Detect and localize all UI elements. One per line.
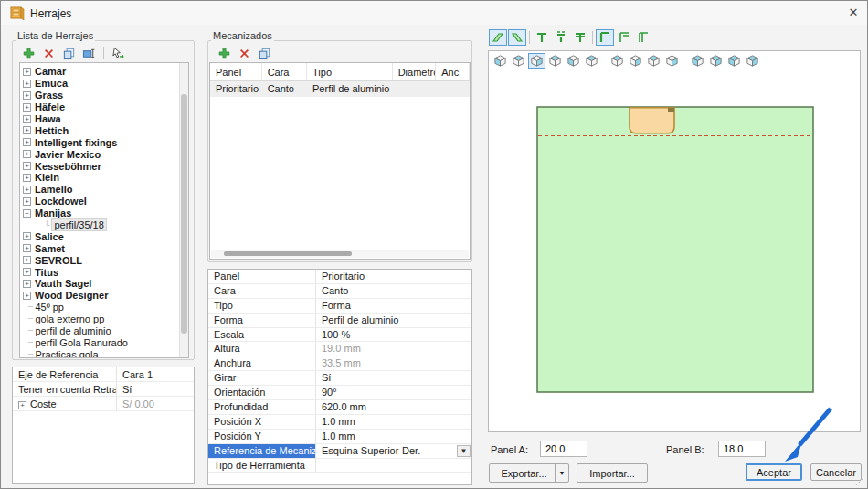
copy-icon[interactable] [61, 46, 77, 60]
profile-flip-left[interactable] [489, 29, 507, 46]
expand-icon[interactable]: + [23, 174, 31, 182]
expand-icon[interactable]: + [18, 401, 26, 409]
machinings-column-header[interactable]: Panel [210, 63, 262, 80]
corner-right[interactable] [634, 29, 652, 46]
profile-above[interactable] [533, 29, 551, 46]
export-dropdown-icon[interactable]: ▼ [555, 464, 568, 482]
tree-item-intelligent-fixings[interactable]: +Intelligent fixings [20, 136, 179, 148]
property-row[interactable]: Posición Y1.0 mm [208, 430, 471, 444]
property-row[interactable]: Orientación90° [208, 386, 471, 400]
expand-icon[interactable]: + [23, 280, 31, 288]
expand-icon[interactable]: + [23, 244, 31, 252]
property-row[interactable]: FormaPerfil de aluminio [208, 314, 471, 328]
property-row[interactable]: Altura19.0 mm [208, 342, 471, 356]
property-row[interactable]: Anchura33.5 mm [208, 356, 471, 371]
reference-row[interactable]: Tener en cuenta RetrasoSí [13, 382, 194, 397]
machinings-column-header[interactable]: Anc [436, 63, 470, 80]
tree-scrollbar-thumb[interactable] [181, 94, 187, 334]
tree-item-gola-externo-pp[interactable]: ╌gola externo pp [20, 314, 179, 325]
property-row[interactable]: PanelPrioritario [208, 270, 471, 284]
expand-icon[interactable]: + [23, 256, 31, 264]
tree-item-hettich[interactable]: +Hettich [20, 124, 179, 136]
reference-row[interactable]: Eje de ReferenciaCara 1 [13, 367, 194, 382]
tree-item-emuca[interactable]: +Emuca [20, 78, 179, 90]
delete-icon[interactable] [41, 46, 57, 60]
machinings-hscrollbar[interactable] [211, 250, 469, 258]
resize-grip[interactable]: ⋰ [855, 477, 864, 486]
tree-item-lockdowel[interactable]: +Lockdowel [20, 196, 179, 207]
tree-item-perfil-35-18[interactable]: └perfil/35/18 [20, 219, 179, 231]
copy-icon[interactable] [257, 46, 272, 60]
tree-connector: ╌ [28, 350, 33, 357]
tree-item-practicas-gola[interactable]: ╌Practicas gola [20, 348, 179, 357]
expand-icon[interactable]: + [23, 91, 31, 100]
import-button[interactable]: Importar... [577, 463, 648, 483]
property-row[interactable]: TipoForma [208, 299, 471, 314]
collapse-icon[interactable]: − [23, 209, 31, 218]
close-icon[interactable]: ✕ [845, 5, 862, 20]
tree-item-samet[interactable]: +Samet [20, 242, 179, 254]
rename-icon[interactable] [81, 46, 97, 60]
machinings-column-header[interactable]: Tipo [307, 63, 393, 80]
add-icon[interactable] [217, 46, 232, 60]
machinings-row[interactable]: PrioritarioCantoPerfil de aluminio [210, 81, 470, 97]
corner-mid[interactable] [615, 29, 633, 46]
expand-icon[interactable]: + [23, 138, 31, 146]
tree-item-h-fele[interactable]: +Häfele [20, 101, 179, 113]
corner-left[interactable] [596, 29, 614, 46]
pick-icon[interactable] [111, 46, 126, 60]
expand-icon[interactable]: + [23, 292, 31, 300]
tree-item-javier-mexico[interactable]: +Javier Mexico [20, 148, 179, 160]
delete-icon[interactable] [237, 46, 252, 60]
tree-item-manijas[interactable]: −Manijas [20, 207, 179, 219]
reference-row[interactable]: +CosteS/ 0.00 [13, 397, 194, 411]
tree-item-grass[interactable]: +Grass [20, 90, 179, 101]
property-row[interactable]: Tipo de Herramienta [208, 459, 471, 473]
expand-icon[interactable]: + [23, 162, 31, 170]
expand-icon[interactable]: + [23, 115, 31, 123]
expand-icon[interactable]: + [23, 103, 31, 112]
property-value: 1.0 mm [316, 430, 471, 443]
tree-item-kesseb-hmer[interactable]: +Kesseböhmer [20, 160, 179, 172]
expand-icon[interactable]: + [23, 80, 31, 88]
tree-item-hawa[interactable]: +Hawa [20, 113, 179, 125]
tree-item-salice[interactable]: +Salice [20, 230, 179, 242]
accept-button[interactable]: Aceptar [746, 463, 802, 481]
profile-flip-right[interactable] [508, 29, 526, 46]
profile-below[interactable] [571, 29, 589, 46]
expand-icon[interactable]: + [23, 268, 31, 276]
expand-icon[interactable]: + [23, 197, 31, 206]
property-row[interactable]: Posición X1.0 mm [208, 415, 471, 430]
machinings-column-header[interactable]: Diametro [393, 63, 437, 80]
expand-icon[interactable]: + [23, 150, 31, 158]
tree-item-wood-designer[interactable]: +Wood Designer [20, 290, 179, 302]
tree-item-sevroll[interactable]: +SEVROLL [20, 254, 179, 266]
tree-item-45-pp[interactable]: ╌45º pp [20, 302, 179, 314]
tree-item-perfil-de-aluminio[interactable]: ╌perfil de aluminio [20, 325, 179, 337]
expand-icon[interactable]: + [23, 126, 31, 134]
property-row[interactable]: GirarSí [208, 371, 471, 386]
add-icon[interactable] [21, 46, 37, 60]
property-row[interactable]: Referencia de MecanizadoEsquina Superior… [208, 444, 471, 459]
tree-item-titus[interactable]: +Titus [20, 266, 179, 278]
tree-item-camar[interactable]: +Camar [20, 66, 179, 78]
tree-item-klein[interactable]: +Klein [20, 172, 179, 184]
expand-icon[interactable]: + [23, 232, 31, 240]
tree-item-perfil-gola-ranurado[interactable]: ╌perfil Gola Ranurado [20, 336, 179, 348]
property-row[interactable]: Escala100 % [208, 328, 471, 343]
export-button[interactable]: Exportar... ▼ [489, 463, 569, 483]
machinings-hscrollbar-thumb[interactable] [224, 251, 352, 256]
tree-item-vauth-sagel[interactable]: +Vauth Sagel [20, 278, 179, 290]
expand-icon[interactable]: + [23, 68, 31, 76]
chevron-down-icon[interactable]: ▼ [457, 445, 471, 457]
panel-b-input[interactable] [718, 441, 766, 457]
panel-a-input[interactable] [540, 441, 587, 457]
property-row[interactable]: CaraCanto [208, 284, 471, 299]
tree-item-lamello[interactable]: +Lamello [20, 184, 179, 196]
machinings-column-header[interactable]: Cara [262, 63, 307, 80]
property-row[interactable]: Profundidad620.0 mm [208, 400, 471, 415]
expand-icon[interactable]: + [23, 186, 31, 194]
tree-scrollbar[interactable] [179, 63, 188, 357]
cancel-button[interactable]: Cancelar [810, 463, 862, 481]
profile-middle[interactable] [552, 29, 570, 46]
